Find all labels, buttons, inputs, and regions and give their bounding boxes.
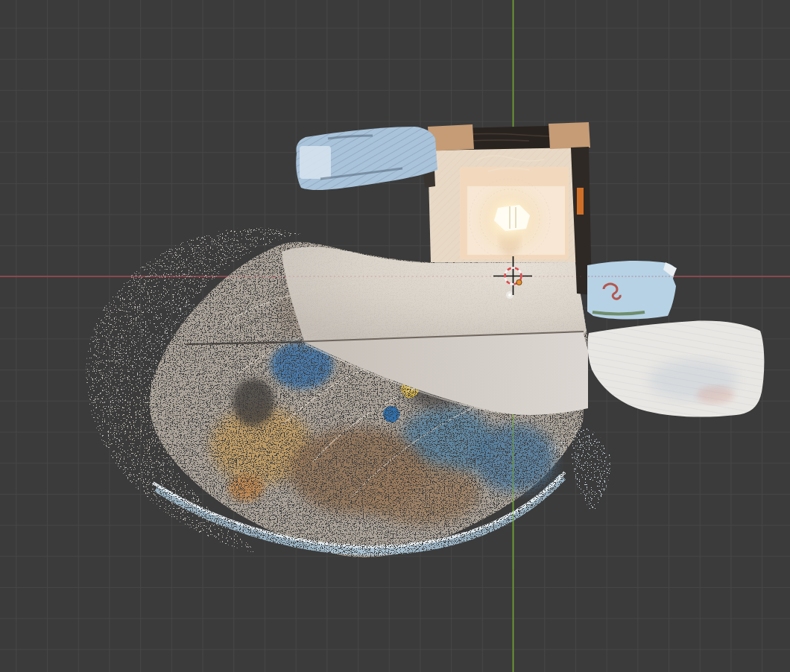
viewport-canvas[interactable]: [0, 0, 790, 672]
small-light-dot: [506, 291, 514, 299]
canopy-orange-patch: [577, 188, 584, 215]
canopy-tan-corner-right: [549, 122, 590, 149]
blender-3d-viewport[interactable]: [0, 0, 790, 672]
plank-highlight: [300, 146, 331, 179]
blue-panel-right[interactable]: [587, 261, 677, 320]
object-origin-point[interactable]: [516, 279, 522, 285]
